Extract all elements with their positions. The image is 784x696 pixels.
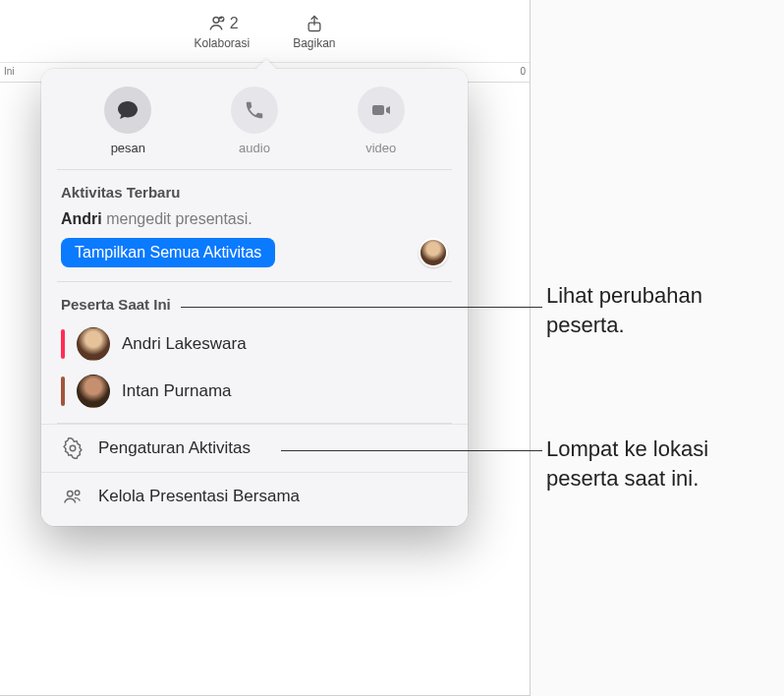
collaborate-label: Kolaborasi bbox=[194, 36, 250, 50]
audio-label: audio bbox=[239, 141, 270, 155]
collaborate-icon bbox=[205, 13, 227, 34]
svg-rect-3 bbox=[372, 105, 384, 115]
presence-indicator bbox=[61, 329, 65, 359]
callout-leader-line bbox=[181, 307, 542, 308]
svg-point-5 bbox=[68, 492, 74, 497]
video-button[interactable]: video bbox=[317, 87, 444, 155]
participants-title: Peserta Saat Ini bbox=[41, 282, 468, 320]
svg-point-6 bbox=[75, 491, 80, 495]
callout-text: Lihat perubahan peserta. bbox=[546, 281, 702, 339]
participant-row[interactable]: Intan Purnama bbox=[41, 368, 468, 415]
participant-row[interactable]: Andri Lakeswara bbox=[41, 320, 468, 368]
gear-badge-icon bbox=[62, 437, 84, 459]
message-button[interactable]: pesan bbox=[65, 87, 192, 155]
activity-settings-row[interactable]: Pengaturan Aktivitas bbox=[41, 424, 468, 472]
recent-activity-title: Aktivitas Terbaru bbox=[41, 170, 468, 208]
share-button[interactable]: Bagikan bbox=[283, 11, 345, 52]
video-label: video bbox=[365, 141, 396, 155]
app-window: 2 Kolaborasi Bagikan Ini 0 pesan bbox=[0, 0, 531, 696]
share-icon bbox=[305, 13, 324, 34]
show-all-activity-button[interactable]: Tampilkan Semua Aktivitas bbox=[61, 238, 275, 267]
avatar bbox=[77, 375, 110, 408]
callout-text: Lompat ke lokasi peserta saat ini. bbox=[546, 435, 708, 493]
manage-shared-label: Kelola Presentasi Bersama bbox=[98, 487, 300, 506]
message-label: pesan bbox=[111, 141, 145, 155]
activity-settings-label: Pengaturan Aktivitas bbox=[98, 438, 251, 458]
ruler-right-label: 0 bbox=[520, 66, 526, 77]
toolbar: 2 Kolaborasi Bagikan bbox=[0, 0, 530, 63]
audio-button[interactable]: audio bbox=[192, 87, 318, 155]
participant-name: Andri Lakeswara bbox=[122, 334, 247, 354]
message-icon bbox=[116, 98, 140, 122]
collaborate-count: 2 bbox=[230, 15, 239, 32]
activity-actor: Andri bbox=[61, 210, 102, 227]
presence-indicator bbox=[61, 377, 65, 406]
ruler-left-label: Ini bbox=[4, 66, 15, 77]
phone-icon bbox=[244, 99, 265, 121]
manage-shared-row[interactable]: Kelola Presentasi Bersama bbox=[41, 472, 468, 520]
avatar bbox=[77, 327, 110, 361]
activity-avatar bbox=[419, 238, 448, 267]
activity-action: mengedit presentasi. bbox=[106, 210, 252, 227]
activity-line: Andri mengedit presentasi. bbox=[41, 208, 468, 238]
collaborate-button[interactable]: 2 Kolaborasi bbox=[184, 11, 259, 52]
callout-leader-line bbox=[281, 450, 542, 451]
svg-point-4 bbox=[70, 445, 76, 451]
video-icon bbox=[369, 98, 393, 122]
communication-row: pesan audio video bbox=[41, 83, 468, 169]
collaboration-popover: pesan audio video Aktivitas Terbaru Andr… bbox=[41, 69, 468, 526]
people-badge-icon bbox=[62, 486, 84, 507]
svg-point-0 bbox=[213, 17, 219, 23]
participant-name: Intan Purnama bbox=[122, 381, 232, 401]
share-label: Bagikan bbox=[293, 36, 335, 50]
